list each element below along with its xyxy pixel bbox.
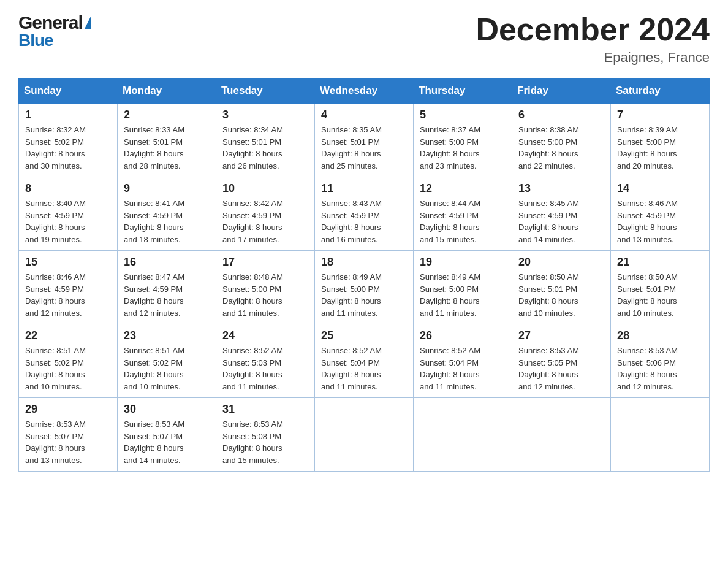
calendar-cell: 19 Sunrise: 8:49 AM Sunset: 5:00 PM Dayl… [414,251,512,324]
calendar-cell: 13 Sunrise: 8:45 AM Sunset: 4:59 PM Dayl… [512,177,611,251]
calendar-cell [512,398,611,472]
day-number: 3 [222,109,308,121]
day-info: Sunrise: 8:51 AM Sunset: 5:02 PM Dayligh… [25,345,111,393]
day-number: 26 [420,329,506,342]
calendar-cell: 31 Sunrise: 8:53 AM Sunset: 5:08 PM Dayl… [216,398,315,472]
day-info: Sunrise: 8:43 AM Sunset: 4:59 PM Dayligh… [321,197,407,245]
day-number: 20 [518,256,604,269]
day-info: Sunrise: 8:33 AM Sunset: 5:01 PM Dayligh… [124,124,210,172]
calendar-cell: 8 Sunrise: 8:40 AM Sunset: 4:59 PM Dayli… [19,177,118,251]
calendar-cell: 30 Sunrise: 8:53 AM Sunset: 5:07 PM Dayl… [118,398,216,472]
day-info: Sunrise: 8:45 AM Sunset: 4:59 PM Dayligh… [518,197,604,245]
day-number: 15 [25,256,111,269]
calendar-cell: 24 Sunrise: 8:52 AM Sunset: 5:03 PM Dayl… [216,324,315,398]
day-info: Sunrise: 8:50 AM Sunset: 5:01 PM Dayligh… [518,271,604,319]
calendar-cell: 28 Sunrise: 8:53 AM Sunset: 5:06 PM Dayl… [611,324,710,398]
calendar-cell: 12 Sunrise: 8:44 AM Sunset: 4:59 PM Dayl… [414,177,512,251]
day-number: 11 [321,182,407,195]
calendar-cell: 22 Sunrise: 8:51 AM Sunset: 5:02 PM Dayl… [19,324,118,398]
logo-triangle-icon [85,15,91,29]
day-info: Sunrise: 8:52 AM Sunset: 5:04 PM Dayligh… [321,345,407,393]
calendar-cell: 11 Sunrise: 8:43 AM Sunset: 4:59 PM Dayl… [315,177,414,251]
location-label: Epaignes, France [476,50,710,66]
calendar-cell: 27 Sunrise: 8:53 AM Sunset: 5:05 PM Dayl… [512,324,611,398]
calendar-cell: 3 Sunrise: 8:34 AM Sunset: 5:01 PM Dayli… [216,104,315,177]
calendar-cell: 7 Sunrise: 8:39 AM Sunset: 5:00 PM Dayli… [611,104,710,177]
day-info: Sunrise: 8:46 AM Sunset: 4:59 PM Dayligh… [25,271,111,319]
day-info: Sunrise: 8:41 AM Sunset: 4:59 PM Dayligh… [124,197,210,245]
day-info: Sunrise: 8:44 AM Sunset: 4:59 PM Dayligh… [420,197,506,245]
day-number: 23 [124,329,210,342]
weekday-header-sunday: Sunday [19,79,118,104]
day-info: Sunrise: 8:46 AM Sunset: 4:59 PM Dayligh… [617,197,703,245]
day-number: 22 [25,329,111,342]
logo-blue-text: Blue [18,31,53,50]
day-info: Sunrise: 8:53 AM Sunset: 5:05 PM Dayligh… [518,345,604,393]
weekday-header-monday: Monday [118,79,216,104]
month-title: December 2024 [476,12,710,47]
calendar-cell: 16 Sunrise: 8:47 AM Sunset: 4:59 PM Dayl… [118,251,216,324]
calendar-cell: 6 Sunrise: 8:38 AM Sunset: 5:00 PM Dayli… [512,104,611,177]
day-number: 18 [321,256,407,269]
day-number: 10 [222,182,308,195]
day-info: Sunrise: 8:49 AM Sunset: 5:00 PM Dayligh… [420,271,506,319]
logo: General Blue [18,12,91,50]
day-info: Sunrise: 8:34 AM Sunset: 5:01 PM Dayligh… [222,124,308,172]
calendar-cell: 23 Sunrise: 8:51 AM Sunset: 5:02 PM Dayl… [118,324,216,398]
day-number: 8 [25,182,111,195]
day-number: 4 [321,109,407,121]
calendar-cell: 18 Sunrise: 8:49 AM Sunset: 5:00 PM Dayl… [315,251,414,324]
calendar-cell: 5 Sunrise: 8:37 AM Sunset: 5:00 PM Dayli… [414,104,512,177]
week-row-5: 29 Sunrise: 8:53 AM Sunset: 5:07 PM Dayl… [19,398,710,472]
day-info: Sunrise: 8:37 AM Sunset: 5:00 PM Dayligh… [420,124,506,172]
calendar-cell [414,398,512,472]
logo-general-text: General [18,12,83,33]
calendar-cell: 2 Sunrise: 8:33 AM Sunset: 5:01 PM Dayli… [118,104,216,177]
calendar-table: SundayMondayTuesdayWednesdayThursdayFrid… [18,78,710,472]
calendar-cell: 9 Sunrise: 8:41 AM Sunset: 4:59 PM Dayli… [118,177,216,251]
day-info: Sunrise: 8:53 AM Sunset: 5:07 PM Dayligh… [124,418,210,466]
day-number: 19 [420,256,506,269]
day-info: Sunrise: 8:53 AM Sunset: 5:08 PM Dayligh… [222,418,308,466]
weekday-header-wednesday: Wednesday [315,79,414,104]
day-number: 21 [617,256,703,269]
weekday-header-friday: Friday [512,79,611,104]
day-number: 25 [321,329,407,342]
day-number: 28 [617,329,703,342]
day-info: Sunrise: 8:52 AM Sunset: 5:04 PM Dayligh… [420,345,506,393]
day-info: Sunrise: 8:39 AM Sunset: 5:00 PM Dayligh… [617,124,703,172]
day-info: Sunrise: 8:32 AM Sunset: 5:02 PM Dayligh… [25,124,111,172]
day-number: 12 [420,182,506,195]
day-info: Sunrise: 8:47 AM Sunset: 4:59 PM Dayligh… [124,271,210,319]
weekday-header-row: SundayMondayTuesdayWednesdayThursdayFrid… [19,79,710,104]
page-header: General Blue December 2024 Epaignes, Fra… [18,12,710,66]
day-number: 17 [222,256,308,269]
day-info: Sunrise: 8:50 AM Sunset: 5:01 PM Dayligh… [617,271,703,319]
day-number: 6 [518,109,604,121]
calendar-cell: 29 Sunrise: 8:53 AM Sunset: 5:07 PM Dayl… [19,398,118,472]
day-number: 16 [124,256,210,269]
calendar-cell: 21 Sunrise: 8:50 AM Sunset: 5:01 PM Dayl… [611,251,710,324]
day-info: Sunrise: 8:49 AM Sunset: 5:00 PM Dayligh… [321,271,407,319]
calendar-cell: 14 Sunrise: 8:46 AM Sunset: 4:59 PM Dayl… [611,177,710,251]
calendar-cell: 17 Sunrise: 8:48 AM Sunset: 5:00 PM Dayl… [216,251,315,324]
weekday-header-tuesday: Tuesday [216,79,315,104]
weekday-header-saturday: Saturday [611,79,710,104]
week-row-1: 1 Sunrise: 8:32 AM Sunset: 5:02 PM Dayli… [19,104,710,177]
weekday-header-thursday: Thursday [414,79,512,104]
day-info: Sunrise: 8:52 AM Sunset: 5:03 PM Dayligh… [222,345,308,393]
day-number: 29 [25,403,111,416]
day-info: Sunrise: 8:40 AM Sunset: 4:59 PM Dayligh… [25,197,111,245]
calendar-cell: 4 Sunrise: 8:35 AM Sunset: 5:01 PM Dayli… [315,104,414,177]
calendar-cell: 20 Sunrise: 8:50 AM Sunset: 5:01 PM Dayl… [512,251,611,324]
day-number: 24 [222,329,308,342]
calendar-cell [611,398,710,472]
calendar-cell: 1 Sunrise: 8:32 AM Sunset: 5:02 PM Dayli… [19,104,118,177]
day-info: Sunrise: 8:53 AM Sunset: 5:06 PM Dayligh… [617,345,703,393]
calendar-cell: 10 Sunrise: 8:42 AM Sunset: 4:59 PM Dayl… [216,177,315,251]
title-section: December 2024 Epaignes, France [476,12,710,66]
day-info: Sunrise: 8:42 AM Sunset: 4:59 PM Dayligh… [222,197,308,245]
day-info: Sunrise: 8:38 AM Sunset: 5:00 PM Dayligh… [518,124,604,172]
day-number: 2 [124,109,210,121]
week-row-4: 22 Sunrise: 8:51 AM Sunset: 5:02 PM Dayl… [19,324,710,398]
